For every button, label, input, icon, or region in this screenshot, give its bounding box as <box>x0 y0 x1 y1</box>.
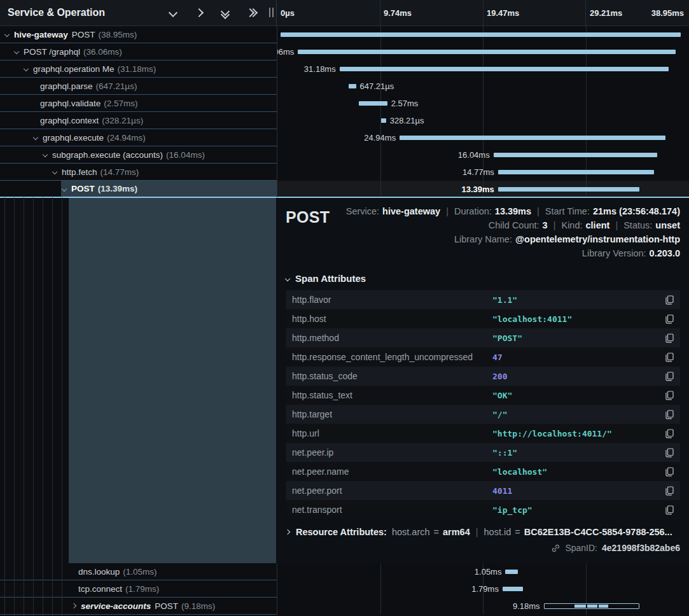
span-bar-cell: 16.04ms <box>277 146 689 164</box>
chevron-down-icon[interactable] <box>4 32 10 37</box>
meta-value: client <box>586 218 610 232</box>
expand-all-icon[interactable] <box>247 8 256 17</box>
bar-duration-label: 24.94ms <box>364 129 396 146</box>
chevron-down-icon[interactable] <box>43 152 48 157</box>
operation-name: POST /graphql <box>24 47 80 57</box>
attribute-row: http.flavor"1.1" <box>286 290 680 309</box>
resource-attr-value: BC62E13B-C4CC-5854-9788-256... <box>524 527 672 537</box>
span-bar-cell: 328.21µs <box>277 112 689 129</box>
span-tree-cell[interactable]: service-accountsPOST(9.18ms) <box>0 598 277 615</box>
span-bar[interactable] <box>503 587 523 591</box>
span-tree-cell[interactable]: http.fetch(14.77ms) <box>0 164 277 181</box>
span-meta-line: Child Count:3|Kind:client|Status:unset <box>346 218 680 232</box>
span-tree-cell[interactable]: dns.lookup(1.05ms) <box>0 563 277 580</box>
copy-icon <box>665 391 674 400</box>
resource-attributes-preview: host.arch=arm64|host.id=BC62E13B-C4CC-58… <box>392 527 672 537</box>
copy-button[interactable] <box>665 353 674 362</box>
span-bar-cell: 647.21µs <box>277 78 689 95</box>
span-row[interactable]: graphql.execute(24.94ms)24.94ms <box>0 129 689 146</box>
copy-button[interactable] <box>665 467 674 477</box>
span-row[interactable]: graphql.parse(647.21µs)647.21µs <box>0 78 689 95</box>
span-bar[interactable] <box>494 153 657 157</box>
span-bar-cell: 2.57ms <box>277 95 689 112</box>
attribute-key: http.status_text <box>292 390 492 400</box>
span-row[interactable]: subgraph.execute (accounts)(16.04ms)16.0… <box>0 146 689 164</box>
span-tree-cell[interactable]: graphql.operation Me(31.18ms) <box>0 60 277 78</box>
span-tree-cell[interactable]: graphql.validate(2.57ms) <box>0 95 277 112</box>
copy-button[interactable] <box>665 391 674 400</box>
span-bar[interactable] <box>359 101 387 106</box>
span-row[interactable]: http.fetch(14.77ms)14.77ms <box>0 164 689 181</box>
span-row[interactable]: service-accountsPOST(9.18ms)9.18ms <box>0 598 689 615</box>
expanded-span-region[interactable] <box>69 198 276 563</box>
span-row[interactable]: dns.lookup(1.05ms)1.05ms <box>0 563 689 580</box>
bar-duration-label: 1.79ms <box>471 580 499 598</box>
meta-label: Start Time: <box>545 204 590 218</box>
span-bar[interactable] <box>505 570 517 574</box>
span-bar[interactable] <box>349 84 356 88</box>
span-tree-cell[interactable]: hive-gatewayPOST(38.95ms) <box>0 26 277 43</box>
service-operation-title: Service & Operation <box>8 7 105 18</box>
collapse-one-icon[interactable] <box>169 8 177 17</box>
span-row[interactable]: tcp.connect(1.79ms)1.79ms <box>0 580 689 598</box>
chevron-down-icon[interactable] <box>14 49 19 54</box>
span-tree-cell[interactable]: graphql.execute(24.94ms) <box>0 129 277 146</box>
span-tree-cell[interactable]: POST(13.39ms) <box>0 181 277 198</box>
chevron-down-icon[interactable] <box>52 169 57 174</box>
span-row[interactable]: POST /graphql(36.06ms)36.06ms <box>0 43 689 60</box>
span-duration: (31.18ms) <box>118 64 157 74</box>
span-bar[interactable] <box>498 187 640 192</box>
spanid-row: SpanID: 4e21998f3b82abe6 <box>286 543 680 553</box>
span-bar[interactable] <box>498 170 654 174</box>
copy-button[interactable] <box>665 429 674 438</box>
attribute-key: http.target <box>292 409 492 419</box>
span-bar-cell: 13.39ms <box>277 181 689 198</box>
copy-button[interactable] <box>665 372 674 381</box>
span-bar[interactable] <box>381 118 386 123</box>
span-tree-cell[interactable]: graphql.context(328.21µs) <box>0 112 277 129</box>
meta-label: Library Version: <box>582 246 646 260</box>
meta-value: 3 <box>543 218 548 232</box>
copy-button[interactable] <box>665 448 674 458</box>
span-row[interactable]: hive-gatewayPOST(38.95ms) <box>0 26 689 43</box>
copy-button[interactable] <box>665 314 674 324</box>
link-icon[interactable] <box>551 543 560 553</box>
span-bar[interactable] <box>544 603 639 609</box>
panel-resizer-grip[interactable] <box>269 8 274 17</box>
chevron-right-icon[interactable] <box>71 603 76 608</box>
span-attributes-section-header[interactable]: Span Attributes <box>286 273 680 284</box>
expand-one-icon[interactable] <box>195 8 204 17</box>
chevron-down-icon[interactable] <box>62 186 67 191</box>
meta-value: 0.203.0 <box>650 246 680 260</box>
span-tree-cell[interactable]: subgraph.execute (accounts)(16.04ms) <box>0 146 277 164</box>
span-row[interactable]: graphql.validate(2.57ms)2.57ms <box>0 95 689 112</box>
span-tree-cell[interactable]: tcp.connect(1.79ms) <box>0 580 277 598</box>
chevron-down-icon[interactable] <box>24 66 29 71</box>
resource-attributes-row[interactable]: Resource Attributes: host.arch=arm64|hos… <box>286 527 680 537</box>
span-bar[interactable] <box>400 136 665 140</box>
span-tree-cell[interactable]: POST /graphql(36.06ms) <box>0 43 277 60</box>
timeline-tick: 19.47ms <box>487 0 519 25</box>
attribute-value: "OK" <box>492 391 512 400</box>
chevron-down-icon[interactable] <box>33 135 38 140</box>
attribute-value: "/" <box>492 410 507 419</box>
copy-button[interactable] <box>665 410 674 419</box>
copy-button[interactable] <box>665 486 674 496</box>
span-duration: (328.21µs) <box>102 116 143 125</box>
span-bar[interactable] <box>298 50 675 54</box>
span-row[interactable]: graphql.operation Me(31.18ms)31.18ms <box>0 60 689 78</box>
copy-button[interactable] <box>665 333 674 343</box>
span-tree-cell[interactable]: graphql.parse(647.21µs) <box>0 78 277 95</box>
attribute-row: net.transport"ip_tcp" <box>286 500 680 519</box>
collapse-all-icon[interactable] <box>221 8 230 17</box>
span-row[interactable]: graphql.context(328.21µs)328.21µs <box>0 112 689 129</box>
span-bar-cell: 9.18ms <box>277 598 689 615</box>
span-bar[interactable] <box>281 32 681 37</box>
detail-region: POST Service:hive-gateway|Duration:13.39… <box>0 198 689 563</box>
copy-button[interactable] <box>665 295 674 305</box>
meta-value: unset <box>655 218 680 232</box>
span-row[interactable]: POST(13.39ms)13.39ms <box>0 181 689 198</box>
span-bar[interactable] <box>340 67 669 71</box>
span-attributes-title: Span Attributes <box>295 273 366 284</box>
copy-button[interactable] <box>665 505 674 515</box>
